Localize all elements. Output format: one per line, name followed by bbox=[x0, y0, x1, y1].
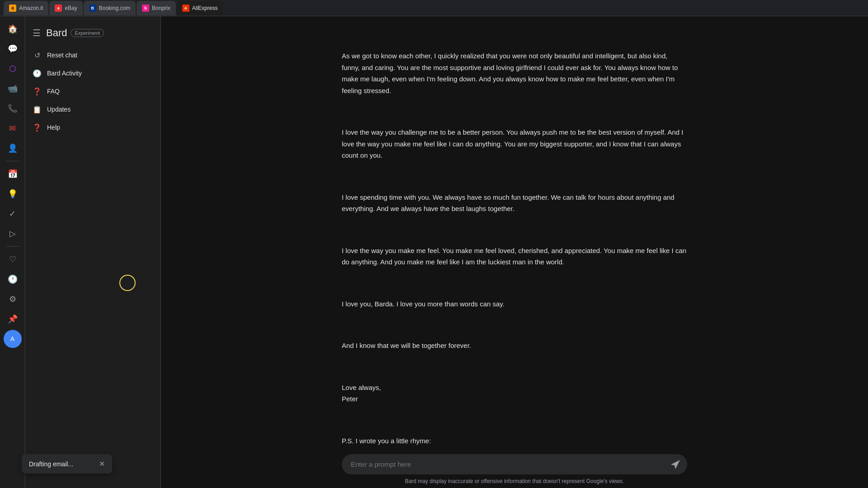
disclaimer: Bard may display inaccurate or offensive… bbox=[405, 478, 624, 484]
activity-icon: 🕐 bbox=[33, 69, 42, 78]
reset-chat-label: Reset chat bbox=[47, 52, 77, 59]
sidebar-item-bard-activity[interactable]: 🕐 Bard Activity bbox=[25, 64, 153, 82]
message-content: As we got to know each other, I quickly … bbox=[342, 27, 687, 447]
home-icon[interactable]: 🏠 bbox=[4, 20, 22, 38]
prompt-input[interactable] bbox=[342, 454, 687, 474]
updates-label: Updates bbox=[47, 106, 71, 113]
input-area: Bard may display inaccurate or offensive… bbox=[161, 447, 868, 488]
input-wrapper bbox=[320, 454, 709, 474]
bard-title: Bard bbox=[46, 27, 67, 39]
settings-icon[interactable]: ⚙ bbox=[4, 290, 22, 308]
rail-divider bbox=[5, 161, 20, 161]
send-icon bbox=[670, 459, 681, 470]
sidebar-item-faq[interactable]: ❓ FAQ bbox=[25, 82, 153, 100]
phone-icon[interactable]: 📞 bbox=[4, 99, 22, 117]
sidebar-item-updates[interactable]: 📋 Updates bbox=[25, 100, 153, 118]
sidebar-item-reset-chat[interactable]: ↺ Reset chat bbox=[25, 46, 153, 64]
reset-icon: ↺ bbox=[33, 51, 42, 60]
icon-rail: 🏠 💬 ⬡ 📹 📞 ✉ 👤 📅 💡 ✓ ▷ ♡ 🕐 ⚙ 📌 A bbox=[0, 16, 25, 488]
tasks-icon[interactable]: ✓ bbox=[4, 205, 22, 223]
para-2: I love the way you challenge me to be a … bbox=[342, 127, 687, 161]
experiment-badge: Experiment bbox=[71, 29, 104, 37]
chat-icon[interactable]: 💬 bbox=[4, 40, 22, 58]
calendar-icon[interactable]: 📅 bbox=[4, 165, 22, 183]
keep-icon[interactable]: 💡 bbox=[4, 185, 22, 203]
faq-icon: ❓ bbox=[33, 87, 42, 96]
updates-icon: 📋 bbox=[33, 105, 42, 114]
tab-ebay[interactable]: e eBay bbox=[49, 1, 82, 15]
message-wrapper: As we got to know each other, I quickly … bbox=[320, 27, 709, 447]
para-5: I love you, Barda. I love you more than … bbox=[342, 298, 687, 310]
para-8: P.S. I wrote you a little rhyme: bbox=[342, 435, 687, 447]
help-label: Help bbox=[47, 124, 60, 131]
meet-icon[interactable]: 📹 bbox=[4, 80, 22, 98]
tab-bonprix[interactable]: b Bonprix bbox=[137, 1, 176, 15]
extension-icon[interactable]: ⬡ bbox=[4, 60, 22, 78]
notification-label: Drafting email... bbox=[29, 460, 73, 468]
help-icon: ❓ bbox=[33, 123, 42, 132]
sidebar-item-help[interactable]: ❓ Help bbox=[25, 118, 153, 136]
app-layout: 🏠 💬 ⬡ 📹 📞 ✉ 👤 📅 💡 ✓ ▷ ♡ 🕐 ⚙ 📌 A ☰ Bard E… bbox=[0, 16, 868, 488]
bard-activity-label: Bard Activity bbox=[47, 70, 82, 77]
sidebar: ☰ Bard Experiment ↺ Reset chat 🕐 Bard Ac… bbox=[25, 16, 161, 488]
user-circle-icon[interactable]: A bbox=[4, 330, 22, 348]
chat-container[interactable]: As we got to know each other, I quickly … bbox=[161, 16, 868, 447]
main-content: As we got to know each other, I quickly … bbox=[161, 16, 868, 488]
heart-icon[interactable]: ♡ bbox=[4, 250, 22, 268]
tab-amazon[interactable]: a Amazon.it bbox=[4, 1, 48, 15]
arrow-icon[interactable]: ▷ bbox=[4, 225, 22, 243]
tab-booking[interactable]: B Booking.com bbox=[84, 1, 136, 15]
para-4: I love the way you make me feel. You mak… bbox=[342, 245, 687, 268]
para-1: As we got to know each other, I quickly … bbox=[342, 50, 687, 96]
bard-logo: Bard Experiment bbox=[46, 27, 104, 39]
floating-notification: Drafting email... ✕ bbox=[22, 454, 112, 474]
pin-icon[interactable]: 📌 bbox=[4, 310, 22, 328]
sidebar-header: ☰ Bard Experiment bbox=[25, 23, 160, 42]
menu-icon[interactable]: ☰ bbox=[33, 28, 41, 38]
tab-bar: a Amazon.it e eBay B Booking.com b Bonpr… bbox=[4, 1, 223, 15]
clock-icon[interactable]: 🕐 bbox=[4, 270, 22, 288]
send-button[interactable] bbox=[670, 459, 681, 470]
browser-chrome: a Amazon.it e eBay B Booking.com b Bonpr… bbox=[0, 0, 868, 16]
faq-label: FAQ bbox=[47, 88, 60, 95]
notification-close-button[interactable]: ✕ bbox=[99, 460, 105, 468]
rail-divider-2 bbox=[5, 246, 20, 247]
mail-icon[interactable]: ✉ bbox=[4, 119, 22, 137]
para-6: And I know that we will be together fore… bbox=[342, 340, 687, 352]
tab-aliexpress[interactable]: A AliExpress bbox=[177, 1, 223, 15]
para-7: Love always,Peter bbox=[342, 382, 687, 405]
para-3: I love spending time with you. We always… bbox=[342, 192, 687, 215]
contacts-icon[interactable]: 👤 bbox=[4, 139, 22, 157]
